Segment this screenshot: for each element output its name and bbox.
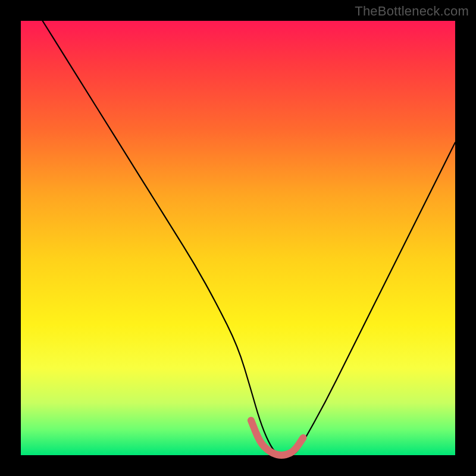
flat-bottom-highlight — [251, 421, 303, 455]
curve-svg — [21, 21, 455, 455]
plot-area — [21, 21, 455, 455]
bottleneck-curve — [43, 21, 456, 455]
chart-frame: TheBottleneck.com — [0, 0, 476, 476]
watermark-label: TheBottleneck.com — [355, 4, 469, 19]
